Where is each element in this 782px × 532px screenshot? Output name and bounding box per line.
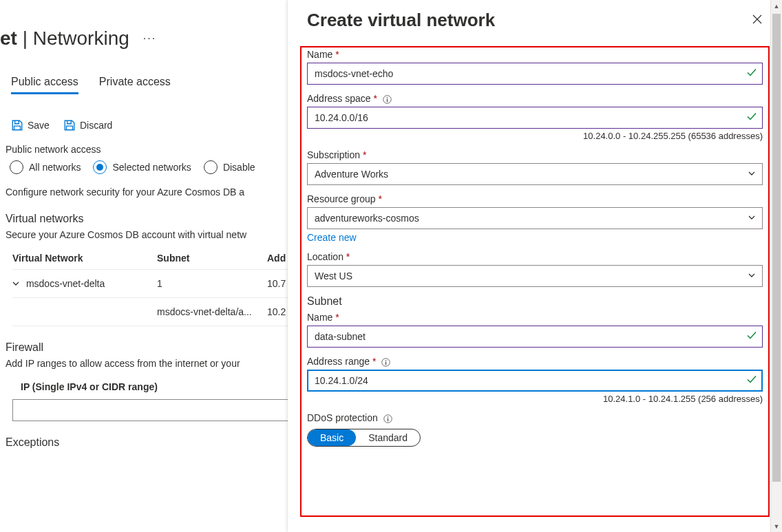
radio-disable[interactable]: Disable <box>204 160 255 174</box>
check-icon <box>746 374 757 387</box>
col-virtual-network: Virtual Network <box>12 253 157 264</box>
check-icon <box>746 111 757 125</box>
chevron-down-icon[interactable] <box>12 278 19 289</box>
svg-point-4 <box>385 360 387 361</box>
address-range-input[interactable] <box>307 370 763 392</box>
save-button[interactable]: Save <box>11 119 50 131</box>
subnet-heading: Subnet <box>307 295 763 308</box>
resource-group-label: Resource group * <box>307 193 763 204</box>
panel-title: Create virtual network <box>307 10 495 31</box>
field-subscription: Subscription * <box>307 149 763 185</box>
svg-rect-2 <box>387 98 388 102</box>
info-icon[interactable] <box>381 358 390 367</box>
save-label: Save <box>28 120 50 131</box>
save-icon <box>11 119 23 131</box>
panel-header: Create virtual network <box>288 0 782 46</box>
ellipsis-icon[interactable]: ··· <box>143 32 156 45</box>
radio-label: Selected networks <box>112 162 191 173</box>
ddos-label: DDoS protection <box>307 412 763 423</box>
tab-public-access[interactable]: Public access <box>11 76 78 94</box>
radio-selected-networks[interactable]: Selected networks <box>93 160 191 174</box>
address-range-help: 10.24.1.0 - 10.24.1.255 (256 addresses) <box>307 394 763 404</box>
cell-subnet: 1 <box>157 278 267 289</box>
create-new-link[interactable]: Create new <box>307 232 357 243</box>
resource-group-select[interactable] <box>307 207 763 229</box>
cell-vn <box>12 306 157 317</box>
name-label: Name * <box>307 49 763 60</box>
close-button[interactable] <box>752 14 763 27</box>
ddos-basic-option[interactable]: Basic <box>308 429 356 446</box>
svg-rect-5 <box>385 361 386 365</box>
discard-button[interactable]: Discard <box>63 119 112 131</box>
scroll-thumb[interactable] <box>772 14 781 482</box>
scrollbar[interactable]: ▲ ▼ <box>770 0 782 532</box>
discard-label: Discard <box>80 120 112 131</box>
ddos-standard-option[interactable]: Standard <box>356 429 420 446</box>
subscription-label: Subscription * <box>307 149 763 160</box>
radio-icon <box>10 160 23 174</box>
close-icon <box>752 14 763 25</box>
chevron-down-icon <box>748 169 756 180</box>
address-space-help: 10.24.0.0 - 10.24.255.255 (65536 address… <box>307 131 763 141</box>
discard-icon <box>63 119 76 131</box>
field-ddos: DDoS protection Basic Standard <box>307 412 763 447</box>
page-title: et | Networking <box>0 28 129 50</box>
info-icon[interactable] <box>383 414 392 423</box>
field-location: Location * <box>307 251 763 287</box>
radio-icon <box>204 160 218 174</box>
scroll-up-icon[interactable]: ▲ <box>771 0 782 12</box>
check-icon <box>746 67 757 81</box>
col-subnet: Subnet <box>157 253 267 264</box>
subnet-name-input[interactable] <box>307 326 763 348</box>
field-resource-group: Resource group * Create new <box>307 193 763 243</box>
chevron-down-icon <box>748 213 756 224</box>
field-address-space: Address space * 10.24.0.0 - 10.24.255.25… <box>307 93 763 141</box>
cell-vn: msdocs-vnet-delta <box>12 278 157 289</box>
tab-private-access[interactable]: Private access <box>99 76 171 94</box>
location-label: Location * <box>307 251 763 262</box>
create-vnet-panel: Create virtual network Name * Address sp… <box>288 0 782 532</box>
cell-subnet: msdocs-vnet-delta/a... <box>157 306 267 317</box>
address-space-label: Address space * <box>307 93 763 104</box>
svg-point-1 <box>387 97 388 98</box>
ddos-toggle: Basic Standard <box>307 429 421 447</box>
chevron-down-icon <box>748 270 756 281</box>
subnet-name-label: Name * <box>307 312 763 323</box>
scroll-down-icon[interactable]: ▼ <box>771 520 782 532</box>
title-prefix: et <box>0 28 17 49</box>
svg-point-7 <box>387 416 388 418</box>
radio-label: Disable <box>223 162 255 173</box>
field-subnet-name: Name * <box>307 312 763 348</box>
location-select[interactable] <box>307 265 763 287</box>
check-icon <box>746 330 757 343</box>
radio-icon <box>93 160 107 174</box>
subscription-select[interactable] <box>307 163 763 185</box>
field-name: Name * <box>307 49 763 85</box>
title-section: | Networking <box>17 28 129 49</box>
name-input[interactable] <box>307 63 763 85</box>
radio-label: All networks <box>29 162 81 173</box>
svg-rect-8 <box>387 418 388 421</box>
panel-body: Name * Address space * <box>288 46 782 521</box>
address-space-input[interactable] <box>307 107 763 129</box>
radio-all-networks[interactable]: All networks <box>10 160 81 174</box>
address-range-label: Address range * <box>307 356 763 367</box>
info-icon[interactable] <box>383 95 392 104</box>
field-address-range: Address range * 10.24.1.0 - 10.24.1.255 … <box>307 356 763 404</box>
